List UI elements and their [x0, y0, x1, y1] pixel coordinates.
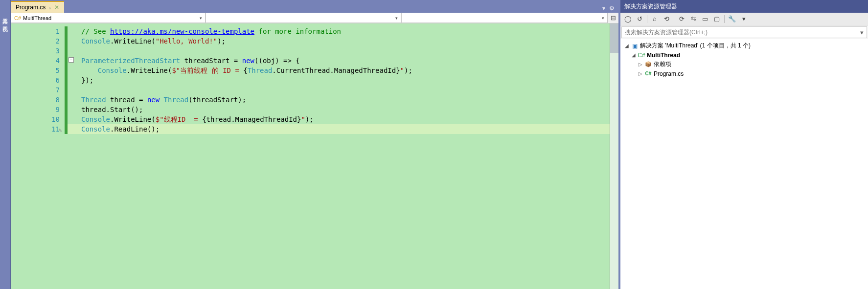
tab-program-cs[interactable]: Program.cs ⬦ ✕ [11, 1, 64, 13]
code-line[interactable]: Console.WriteLine($"当前线程 的 ID = {Thread.… [67, 66, 610, 75]
fold-toggle[interactable]: − [69, 57, 74, 63]
expand-icon[interactable]: ▷ [637, 71, 644, 76]
project-node[interactable]: ◢ C# MultiThread [621, 50, 867, 60]
dependencies-node[interactable]: ▷ 📦 依赖项 [621, 60, 867, 69]
tab-label: Program.cs [16, 4, 46, 11]
gear-icon[interactable]: ⚙ [608, 4, 616, 13]
chevron-down-icon: ▾ [395, 16, 398, 21]
solution-label: 解决方案 'MultiThread' (1 个项目，共 1 个) [639, 42, 751, 50]
class-dropdown[interactable]: ▾ [206, 13, 401, 23]
code-body[interactable]: − // See https://aka.ms/new-console-temp… [65, 23, 610, 289]
csharp-icon: C# [14, 15, 21, 21]
code-line[interactable]: Thread thread = new Thread(threadStart); [67, 95, 610, 105]
document-tab-bar: Program.cs ⬦ ✕ ▾ ⚙ [11, 0, 618, 13]
left-tool-strip: 工具箱 视图 [0, 0, 11, 289]
code-line[interactable]: Console.WriteLine($"线程ID = {thread.Manag… [67, 114, 610, 124]
code-line[interactable]: }); [67, 75, 610, 85]
line-number: 4 [11, 56, 60, 66]
line-number: 6 [11, 75, 60, 85]
expand-icon[interactable]: ◢ [630, 52, 637, 58]
search-dropdown-icon[interactable]: ▾ [857, 29, 867, 36]
line-number: 8 [11, 95, 60, 105]
code-editor[interactable]: 1 2 3 4 5 6 7 8 9 10 11✎ − // See https:… [11, 23, 618, 289]
code-line[interactable]: Console.ReadLine(); [67, 124, 610, 134]
expand-icon[interactable]: ▷ [637, 62, 644, 67]
solution-icon: ▣ [630, 43, 639, 49]
chevron-down-icon: ▾ [602, 16, 604, 21]
editor-area: Program.cs ⬦ ✕ ▾ ⚙ C#MultiThread ▾ ▾ ▾ ⊟ [11, 0, 618, 289]
code-line[interactable]: thread.Start(); [67, 105, 610, 114]
close-icon[interactable]: ✕ [54, 4, 59, 11]
navigation-bar: C#MultiThread ▾ ▾ ▾ ⊟ [11, 13, 618, 23]
solution-search[interactable]: ▾ [621, 26, 867, 38]
separator [647, 15, 647, 23]
file-label: Program.cs [653, 70, 684, 77]
dropdown-icon[interactable]: ▾ [601, 4, 606, 13]
line-number: 10 [11, 114, 60, 124]
pin-icon[interactable]: ⬦ [48, 5, 51, 10]
show-all-button[interactable]: ▭ [700, 14, 710, 24]
brush-icon: ✎ [58, 126, 62, 135]
project-label: MultiThread [646, 52, 680, 59]
line-number: 2 [11, 36, 60, 46]
properties-button[interactable]: ▢ [711, 14, 722, 24]
forward-button[interactable]: ↺ [634, 14, 645, 24]
project-dropdown[interactable]: C#MultiThread ▾ [11, 13, 206, 23]
csharp-project-icon: C# [637, 52, 646, 59]
panel-title: 解决方案资源管理器 [624, 2, 677, 11]
code-line[interactable]: ParameterizedThreadStart threadStart = n… [67, 56, 610, 66]
line-number: 1 [11, 26, 60, 36]
view-button[interactable]: ▾ [738, 14, 749, 24]
solution-explorer: 解决方案资源管理器 ◯ ↺ ⌂ ⟲ ⟳ ⇆ ▭ ▢ 🔧 ▾ ▾ ◢ ▣ 解决方案… [620, 0, 868, 289]
expand-icon[interactable]: ◢ [623, 43, 630, 48]
solution-toolbar: ◯ ↺ ⌂ ⟲ ⟳ ⇆ ▭ ▢ 🔧 ▾ [620, 13, 868, 25]
line-number: 9 [11, 105, 60, 114]
code-line[interactable]: // See https://aka.ms/new-console-templa… [67, 26, 610, 36]
collapse-button[interactable]: ⇆ [688, 14, 699, 24]
scrollbar-thumb[interactable] [610, 23, 618, 53]
line-number: 3 [11, 46, 60, 56]
back-button[interactable]: ◯ [622, 14, 633, 24]
code-line[interactable]: Console.WriteLine("Hello, World!"); [67, 36, 610, 46]
solution-tree[interactable]: ◢ ▣ 解决方案 'MultiThread' (1 个项目，共 1 个) ◢ C… [620, 39, 868, 289]
sync-button[interactable]: ⟲ [661, 14, 672, 24]
line-number: 7 [11, 85, 60, 95]
csharp-file-icon: C# [644, 71, 653, 76]
dependencies-label: 依赖项 [653, 60, 671, 68]
code-line[interactable] [67, 85, 610, 95]
search-input[interactable] [622, 28, 857, 37]
solution-explorer-header[interactable]: 解决方案资源管理器 [620, 0, 868, 13]
refresh-button[interactable]: ⟳ [676, 14, 687, 24]
change-marker [65, 26, 68, 134]
file-node[interactable]: ▷ C# Program.cs [621, 69, 867, 78]
project-dropdown-label: MultiThread [23, 15, 51, 21]
line-number-gutter: 1 2 3 4 5 6 7 8 9 10 11✎ [11, 23, 65, 289]
scrollbar-minimap[interactable] [610, 23, 618, 289]
chevron-down-icon: ▾ [200, 16, 202, 21]
split-window-icon[interactable]: ⊟ [608, 13, 618, 23]
line-number: 5 [11, 66, 60, 75]
solution-node[interactable]: ◢ ▣ 解决方案 'MultiThread' (1 个项目，共 1 个) [621, 41, 867, 50]
separator [724, 15, 725, 23]
member-dropdown[interactable]: ▾ [401, 13, 608, 23]
separator [674, 15, 674, 23]
code-line[interactable] [67, 46, 610, 56]
wrench-button[interactable]: 🔧 [727, 14, 737, 24]
line-number: 11✎ [11, 124, 60, 134]
home-button[interactable]: ⌂ [649, 14, 660, 24]
dependencies-icon: 📦 [644, 61, 653, 67]
